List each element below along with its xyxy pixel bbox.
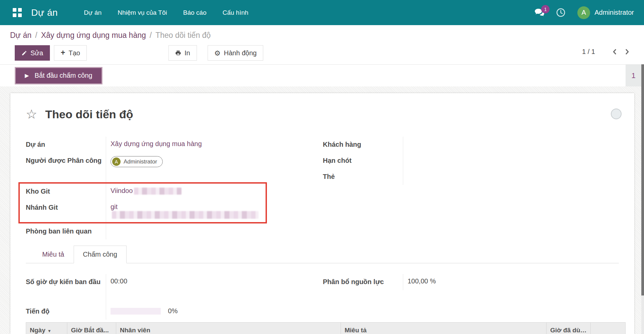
edit-button-label: Sửa bbox=[30, 49, 43, 57]
field-row-git-branch: Nhánh Git git bbox=[26, 200, 266, 222]
chevron-left-icon bbox=[612, 49, 618, 55]
project-link[interactable]: Xây dựng ứng dụng mua hàng bbox=[111, 140, 202, 147]
form-sheet: ☆ Theo dõi tiến độ Dự án Xây dựng ứng dụ… bbox=[10, 93, 634, 334]
timesheet-table-header-row: Ngày▼ Giờ Bắt đầ... Nhân viên Miêu tả Gi… bbox=[26, 323, 626, 334]
breadcrumb-project-app[interactable]: Dự án bbox=[10, 31, 31, 40]
notebook-tabs: Miêu tả Chấm công bbox=[26, 246, 619, 263]
pager-previous-button[interactable] bbox=[609, 47, 621, 56]
field-value: Viindoo bbox=[106, 184, 266, 200]
vertical-scrollbar[interactable] bbox=[641, 64, 644, 334]
topbar-right: 1 A Administrator bbox=[535, 6, 634, 19]
pager-next-button[interactable] bbox=[621, 47, 633, 56]
field-label: Phòng ban liên quan bbox=[26, 223, 106, 240]
field-value: 0% bbox=[106, 304, 323, 320]
field-label: Khách hàng bbox=[323, 137, 403, 153]
start-timesheet-label: Bắt đầu chấm công bbox=[34, 72, 92, 79]
menu-item-nhiem-vu[interactable]: Nhiệm vụ của Tôi bbox=[118, 9, 167, 16]
chevron-right-icon bbox=[624, 49, 630, 55]
messages-badge: 1 bbox=[541, 5, 550, 13]
field-value: git bbox=[106, 200, 266, 222]
breadcrumb: Dự án / Xây dựng ứng dụng mua hàng / The… bbox=[0, 25, 644, 45]
column-header-description[interactable]: Miêu tả bbox=[341, 323, 547, 334]
action-buttons: In ⚙ Hành động bbox=[168, 45, 263, 61]
field-label: Dự án bbox=[26, 137, 106, 153]
apps-menu-icon[interactable] bbox=[13, 8, 22, 17]
planned-hours-value: 00:00 bbox=[106, 274, 323, 304]
menu-item-cau-hinh[interactable]: Cấu hình bbox=[222, 9, 248, 16]
form-right-column: Khách hàng Hạn chót Thẻ bbox=[323, 137, 619, 240]
column-header-hours-spent[interactable]: Giờ đã dùn... bbox=[547, 323, 591, 334]
field-value[interactable] bbox=[403, 169, 619, 185]
edit-button[interactable]: Sửa bbox=[15, 45, 50, 61]
tab-description[interactable]: Miêu tả bbox=[33, 246, 74, 263]
topbar-menu: Dự án Nhiệm vụ của Tôi Báo cáo Cấu hình bbox=[84, 9, 248, 16]
breadcrumb-separator: / bbox=[150, 31, 152, 40]
field-value[interactable] bbox=[403, 137, 619, 153]
red-highlight-box: Kho Git Viindoo Nhánh Git git bbox=[18, 182, 267, 223]
field-row-allocation: Phân bổ nguồn lực 100,00 % bbox=[323, 274, 619, 290]
git-branch-link[interactable]: git bbox=[111, 203, 118, 210]
sort-descending-icon: ▼ bbox=[47, 329, 51, 333]
assignee-tag[interactable]: A Administrator bbox=[111, 156, 163, 167]
start-timesheet-button[interactable]: ▶ Bắt đầu chấm công bbox=[15, 67, 102, 84]
field-row-customer: Khách hàng bbox=[323, 137, 619, 153]
action-menu-button[interactable]: ⚙ Hành động bbox=[208, 45, 264, 61]
field-row-git-repo: Kho Git Viindoo bbox=[26, 184, 266, 200]
pager: 1 / 1 bbox=[582, 47, 633, 56]
breadcrumb-current: Theo dõi tiến độ bbox=[155, 31, 211, 40]
print-button[interactable]: In bbox=[168, 45, 197, 61]
field-value: Xây dựng ứng dụng mua hàng bbox=[106, 137, 323, 153]
scrollbar-thumb[interactable] bbox=[641, 64, 644, 295]
field-row-assignees: Người được Phân công A Administrator bbox=[26, 153, 323, 182]
field-label: Phân bổ nguồn lực bbox=[323, 274, 403, 290]
timesheet-count-badge[interactable]: 1 bbox=[626, 65, 641, 86]
timesheet-table: Ngày▼ Giờ Bắt đầ... Nhân viên Miêu tả Gi… bbox=[26, 322, 626, 334]
menu-item-bao-cao[interactable]: Báo cáo bbox=[183, 9, 207, 16]
field-row-planned-hours: Số giờ dự kiến ban đầu 00:00 bbox=[26, 274, 323, 304]
allocation-value: 100,00 % bbox=[403, 274, 619, 290]
field-row-department: Phòng ban liên quan bbox=[26, 223, 323, 240]
column-header-start-time[interactable]: Giờ Bắt đầ... bbox=[67, 323, 116, 334]
favorite-star-icon[interactable]: ☆ bbox=[26, 108, 37, 121]
field-label: Kho Git bbox=[26, 184, 106, 200]
tab-timesheet[interactable]: Chấm công bbox=[74, 246, 127, 263]
create-button[interactable]: + Tạo bbox=[54, 45, 87, 61]
redacted-git-repo bbox=[134, 188, 182, 195]
column-header-date[interactable]: Ngày▼ bbox=[26, 323, 67, 334]
menu-item-du-an[interactable]: Dự án bbox=[84, 9, 101, 16]
column-header-employee[interactable]: Nhân viên bbox=[116, 323, 341, 334]
play-icon: ▶ bbox=[25, 72, 29, 79]
control-panel: Sửa + Tạo In ⚙ Hành động 1 / 1 bbox=[0, 45, 644, 64]
column-header-empty bbox=[591, 323, 626, 334]
user-menu[interactable]: A Administrator bbox=[577, 6, 634, 19]
timesheet-tab-content: Số giờ dự kiến ban đầu 00:00 Tiến độ 0% bbox=[26, 274, 619, 334]
plus-icon: + bbox=[61, 49, 65, 57]
form-left-column: Dự án Xây dựng ứng dụng mua hàng Người đ… bbox=[26, 137, 323, 240]
action-button-label: Hành động bbox=[224, 49, 257, 57]
sheet-header: ☆ Theo dõi tiến độ bbox=[26, 107, 619, 122]
activity-clock-icon[interactable] bbox=[556, 8, 565, 17]
user-name: Administrator bbox=[594, 9, 634, 16]
app-brand[interactable]: Dự án bbox=[31, 7, 58, 18]
assignee-avatar-placeholder bbox=[611, 109, 622, 119]
field-label: Hạn chót bbox=[323, 153, 403, 169]
progress-percent-text: 0% bbox=[168, 307, 178, 315]
breadcrumb-project[interactable]: Xây dựng ứng dụng mua hàng bbox=[41, 31, 146, 40]
field-row-deadline: Hạn chót bbox=[323, 153, 619, 169]
assignee-name: Administrator bbox=[124, 158, 157, 165]
printer-icon bbox=[175, 50, 181, 56]
topbar: Dự án Dự án Nhiệm vụ của Tôi Báo cáo Cấu… bbox=[0, 0, 644, 25]
field-value[interactable] bbox=[403, 153, 619, 169]
field-value: A Administrator bbox=[106, 153, 323, 182]
field-value[interactable] bbox=[106, 223, 323, 240]
task-title: Theo dõi tiến độ bbox=[45, 108, 133, 121]
content-background: ☆ Theo dõi tiến độ Dự án Xây dựng ứng dụ… bbox=[0, 86, 644, 334]
field-label: Số giờ dự kiến ban đầu bbox=[26, 274, 106, 304]
git-repo-link[interactable]: Viindoo bbox=[111, 187, 133, 194]
screen: Dự án Dự án Nhiệm vụ của Tôi Báo cáo Cấu… bbox=[0, 0, 644, 334]
field-label: Thẻ bbox=[323, 169, 403, 185]
gear-icon: ⚙ bbox=[214, 50, 221, 57]
statusbar: ▶ Bắt đầu chấm công 1 bbox=[0, 64, 644, 86]
messages-icon[interactable]: 1 bbox=[535, 9, 544, 16]
create-button-label: Tạo bbox=[69, 49, 80, 57]
